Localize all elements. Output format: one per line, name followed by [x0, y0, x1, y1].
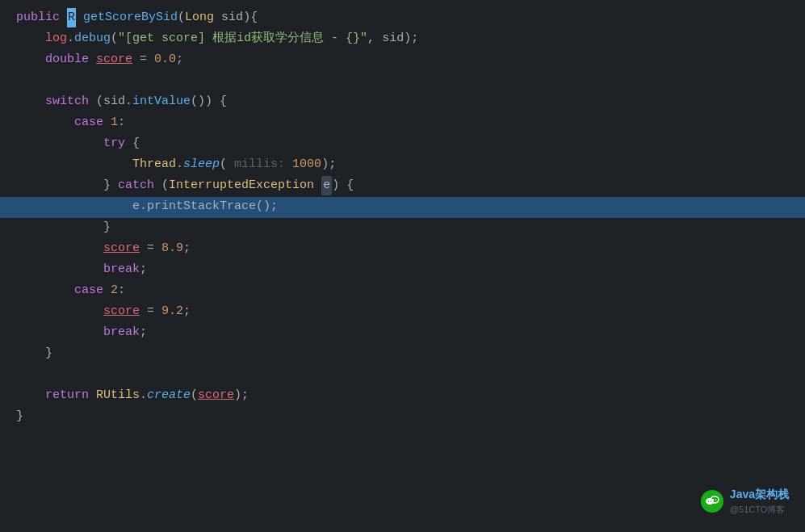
space	[76, 8, 83, 27]
indent6	[16, 113, 74, 132]
indent8	[16, 155, 132, 174]
close-catch: }	[103, 218, 111, 237]
sleep-method: sleep	[183, 155, 220, 174]
indent5	[16, 92, 45, 111]
keyword-double: double	[45, 50, 96, 69]
rutils-class: RUtils	[96, 386, 140, 405]
assign1: =	[132, 50, 154, 69]
space2	[314, 176, 321, 195]
code-line-5: switch (sid.intValue()) {	[0, 92, 805, 113]
break1-semi: ;	[140, 260, 147, 279]
indent15	[16, 302, 103, 321]
semi1: ;	[176, 50, 183, 69]
switch-paren2: ()) {	[191, 92, 227, 111]
code-line-16: break;	[0, 323, 805, 344]
assign3: =	[140, 302, 161, 321]
brace: ){	[243, 8, 258, 27]
sid-arg: sid	[382, 29, 404, 48]
code-line-15: score = 9.2;	[0, 302, 805, 323]
sleep-paren1: (	[220, 155, 234, 174]
param-type: Long	[185, 8, 214, 27]
exception-type: InterruptedException	[169, 176, 314, 195]
code-line-17: }	[0, 344, 805, 365]
blank18	[16, 365, 23, 384]
param-name: sid	[214, 8, 243, 27]
code-line-20: }	[0, 407, 805, 428]
score-arg: score	[198, 386, 234, 405]
svg-point-0	[706, 498, 714, 505]
dot1: .	[67, 29, 74, 48]
dot3: .	[176, 155, 183, 174]
paren: (	[178, 8, 185, 27]
string1: "[get score] 根据id获取学分信息 - {}"	[118, 29, 367, 48]
create-paren1: (	[191, 386, 198, 405]
num-9-2: 9.2	[161, 302, 183, 321]
keyword-catch: catch	[118, 176, 161, 195]
indent7	[16, 134, 103, 153]
indent3	[16, 50, 45, 69]
indent11	[16, 218, 103, 237]
dot2: .	[125, 92, 132, 111]
code-line-4	[0, 71, 805, 92]
catch-paren2: ) {	[332, 176, 354, 195]
num-1: 1	[111, 113, 118, 132]
code-line-9: } catch (InterruptedException e) {	[0, 176, 805, 197]
code-line-2: log.debug("[get score] 根据id获取学分信息 - {}",…	[0, 29, 805, 50]
colon2: :	[118, 281, 125, 300]
svg-point-4	[713, 499, 715, 501]
score-var2: score	[103, 239, 140, 258]
indent19	[16, 386, 45, 405]
create-paren2: );	[234, 386, 249, 405]
code-line-1: public R getScoreBySid(Long sid){	[0, 8, 805, 29]
sid2: sid	[103, 92, 125, 111]
keyword-break1: break	[103, 260, 140, 279]
code-line-14: case 2:	[0, 281, 805, 302]
code-line-10: e.printStackTrace();	[0, 197, 805, 218]
num-1000: 1000	[292, 155, 321, 174]
indent2	[16, 29, 45, 48]
code-line-6: case 1:	[0, 113, 805, 134]
switch-paren1: (	[96, 92, 103, 111]
selected-code: e.printStackTrace();	[132, 197, 278, 216]
code-editor: public R getScoreBySid(Long sid){ log.de…	[0, 0, 805, 532]
keyword-public: public	[16, 8, 67, 27]
score-var3: score	[103, 302, 140, 321]
exception-var: e	[321, 176, 332, 195]
millis-hint: millis:	[234, 155, 292, 174]
code-line-19: return RUtils.create(score);	[0, 386, 805, 407]
keyword-case1: case	[74, 113, 111, 132]
break2-semi: ;	[140, 323, 147, 342]
semi3: ;	[183, 302, 191, 321]
close-switch: }	[45, 344, 52, 363]
svg-point-2	[708, 501, 710, 502]
blank1	[16, 71, 23, 90]
watermark: Java架构栈 @51CTO博客	[701, 485, 789, 517]
code-line-12: score = 8.9;	[0, 239, 805, 260]
paren3: );	[404, 29, 418, 48]
score-var: score	[96, 50, 132, 69]
semi2: ;	[183, 239, 191, 258]
indent16	[16, 323, 103, 342]
watermark-subtitle: @51CTO博客	[730, 503, 785, 517]
intvalue-method: intValue	[132, 92, 191, 111]
code-line-13: break;	[0, 260, 805, 281]
indent9	[16, 176, 103, 195]
create-method: create	[147, 386, 191, 405]
assign2: =	[140, 239, 161, 258]
code-line-18	[0, 365, 805, 386]
debug-method: debug	[74, 29, 111, 48]
code-line-11: }	[0, 218, 805, 239]
return-type: R	[67, 8, 76, 27]
catch-paren1: (	[161, 176, 169, 195]
keyword-try: try	[103, 134, 132, 153]
watermark-text: Java架构栈 @51CTO博客	[730, 485, 789, 517]
indent14	[16, 281, 74, 300]
code-line-3: double score = 0.0;	[0, 50, 805, 71]
svg-point-3	[711, 501, 712, 502]
svg-point-5	[715, 499, 717, 501]
try-brace: {	[132, 134, 140, 153]
indent10	[16, 197, 132, 216]
keyword-break2: break	[103, 323, 140, 342]
num-0: 0.0	[154, 50, 176, 69]
code-line-7: try {	[0, 134, 805, 155]
